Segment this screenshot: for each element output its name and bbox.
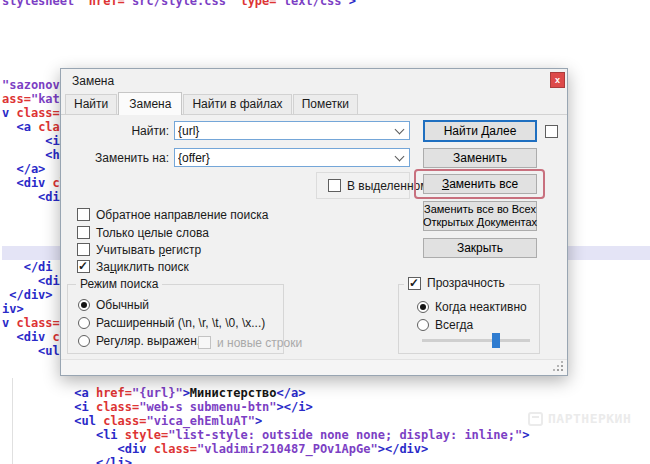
replace-input[interactable] — [178, 149, 386, 166]
transparency-checkbox[interactable] — [408, 277, 421, 290]
resize-grip-icon[interactable] — [561, 369, 563, 371]
indent-guide — [12, 378, 13, 464]
code-line: <div — [2, 274, 67, 288]
transparency-legend[interactable]: Прозрачность — [404, 276, 509, 290]
regex-newline-checkbox — [198, 336, 211, 349]
tab-find[interactable]: Найти — [65, 94, 117, 114]
on-losing-focus-label: Когда неактивно — [435, 300, 527, 314]
slider-thumb[interactable] — [492, 333, 500, 348]
replace-all-open-docs-button[interactable]: Заменить все во Всех Открытых Документах — [423, 201, 537, 231]
code-line: <a href="{url}">Министерство</a> — [2, 386, 305, 400]
code-line: <ul class="vica_ehEmluAT"> — [2, 414, 262, 428]
find-combobox[interactable] — [174, 121, 410, 140]
tab-find-in-files[interactable]: Найти в файлах — [183, 94, 291, 114]
extended-radio[interactable] — [78, 317, 90, 329]
in-selection-frame: В выделенном — [316, 172, 410, 199]
tab-mark[interactable]: Пометки — [293, 94, 358, 114]
chevron-down-icon[interactable] — [395, 125, 405, 135]
search-mode-title: Режим поиска — [76, 277, 162, 291]
wrap-around-checkbox[interactable] — [77, 260, 90, 273]
regex-label: Регуляр. выражен. — [96, 334, 200, 348]
in-selection-checkbox[interactable] — [328, 179, 341, 192]
code-line: </div> — [2, 288, 53, 302]
code-line: stylesheet" href="src/style.css" type="t… — [2, 0, 356, 8]
search-mode-group: Режим поиска Обычный Расширенный (\n, \r… — [67, 284, 284, 354]
code-line: <ul — [2, 344, 60, 358]
watermark-text: ПАРТНЕРКИН — [548, 411, 631, 426]
code-line: </a> — [2, 162, 45, 176]
code-line: ass="katy — [2, 92, 67, 106]
replace-all-open-docs-line2: Открытых Документах — [423, 216, 537, 229]
transparency-slider[interactable] — [422, 339, 530, 342]
extended-label: Расширенный (\n, \r, \t, \0, \x...) — [96, 316, 265, 330]
match-case-checkbox[interactable] — [77, 243, 90, 256]
always-radio[interactable] — [417, 319, 429, 331]
backward-checkbox[interactable] — [77, 208, 90, 221]
watermark: ПАРТНЕРКИН — [528, 411, 631, 426]
chevron-down-icon[interactable] — [395, 152, 405, 162]
code-line: iv> — [2, 302, 24, 316]
code-line: </li> — [2, 456, 132, 464]
transparency-group: Прозрачность Когда неактивно Всегда — [398, 284, 540, 354]
dialog-status-strip — [61, 359, 567, 375]
regex-newline-label: и новые строки — [217, 336, 302, 350]
whole-word-checkbox[interactable] — [77, 226, 90, 239]
find-next-button[interactable]: Найти Далее — [423, 120, 537, 142]
unlabeled-checkbox[interactable] — [545, 125, 558, 138]
whole-word-label: Только целые слова — [96, 226, 209, 240]
normal-radio[interactable] — [78, 299, 90, 311]
code-line: </di — [2, 260, 53, 274]
always-label: Всегда — [435, 318, 473, 332]
watermark-logo-icon — [528, 412, 543, 426]
replace-dialog: Замена x Найти Замена Найти в файлах Пом… — [60, 68, 568, 376]
match-case-label: Учитывать регистр — [96, 243, 201, 257]
normal-label: Обычный — [96, 298, 149, 312]
dialog-title: Замена — [72, 74, 114, 88]
find-input[interactable] — [178, 122, 386, 139]
close-button[interactable]: Закрыть — [423, 238, 537, 258]
code-line: v class=" — [2, 316, 67, 330]
replace-with-label: Заменить на: — [69, 151, 169, 165]
code-line: <div class="vladimir210487_POv1ApGe"></d… — [2, 442, 428, 456]
code-line: <div — [2, 190, 67, 204]
replace-all-button[interactable]: Заменить все — [423, 174, 537, 194]
code-line: "sazonove — [2, 78, 67, 92]
wrap-around-label: Зациклить поиск — [96, 260, 189, 274]
on-losing-focus-radio[interactable] — [417, 301, 429, 313]
regex-radio[interactable] — [78, 335, 90, 347]
backward-label: Обратное направление поиска — [96, 208, 268, 222]
code-line: v class=" — [2, 106, 67, 120]
tab-replace[interactable]: Замена — [118, 92, 182, 115]
replace-all-open-docs-line1: Заменить все во Всех — [424, 203, 536, 216]
code-line: <i class="web-s submenu-btn"></i> — [2, 400, 313, 414]
dialog-titlebar[interactable]: Замена x — [61, 69, 567, 93]
code-line: <li style="list-style: outside none none… — [2, 428, 529, 442]
replace-button[interactable]: Заменить — [423, 148, 537, 168]
find-label: Найти: — [69, 124, 169, 138]
screen: stylesheet" href="src/style.css" type="t… — [0, 0, 650, 464]
close-icon[interactable]: x — [550, 72, 565, 88]
replace-combobox[interactable] — [174, 148, 410, 167]
transparency-label: Прозрачность — [427, 276, 505, 290]
tab-bar: Найти Замена Найти в файлах Пометки — [65, 93, 359, 114]
